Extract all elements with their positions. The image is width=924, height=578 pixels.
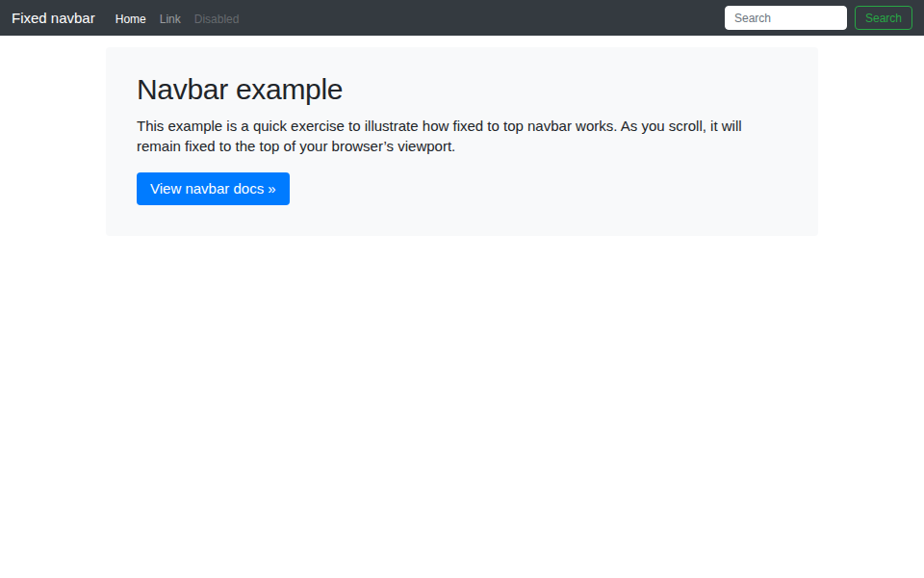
nav-item-disabled-wrap: Disabled	[188, 10, 246, 27]
view-navbar-docs-button[interactable]: View navbar docs »	[137, 172, 290, 205]
nav-item-home[interactable]: Home	[109, 13, 153, 26]
search-input[interactable]	[725, 6, 847, 30]
navbar-brand[interactable]: Fixed navbar	[12, 0, 95, 36]
page-title: Navbar example	[137, 72, 787, 107]
content-container: Navbar example This example is a quick e…	[106, 47, 818, 236]
nav-item-disabled: Disabled	[188, 13, 246, 26]
page-description: This example is a quick exercise to illu…	[137, 116, 787, 157]
nav-item-home-wrap: Home	[109, 10, 153, 27]
search-form: Search	[725, 6, 912, 30]
nav-item-link[interactable]: Link	[153, 13, 188, 26]
top-navbar: Fixed navbar Home Link Disabled Search	[0, 0, 924, 36]
jumbotron-panel: Navbar example This example is a quick e…	[106, 47, 818, 236]
search-button[interactable]: Search	[855, 6, 912, 30]
navbar-nav: Home Link Disabled	[109, 10, 246, 27]
nav-item-link-wrap: Link	[153, 10, 188, 27]
